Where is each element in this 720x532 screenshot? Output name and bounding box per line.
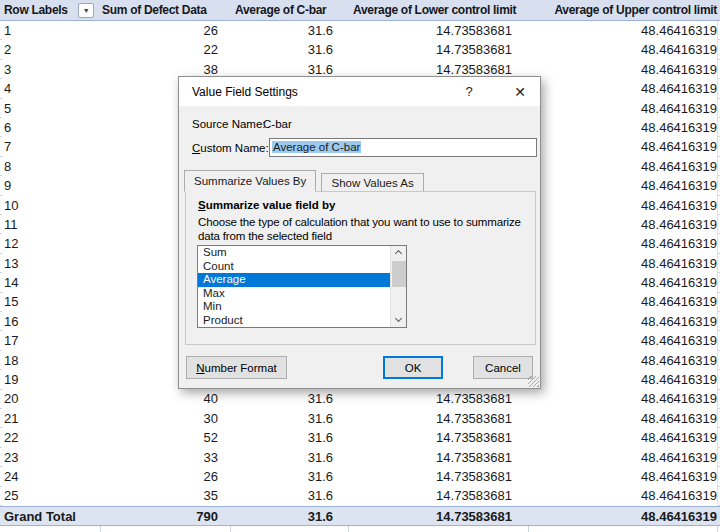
- table-cell[interactable]: 12: [0, 234, 100, 253]
- table-cell[interactable]: 48.46416319: [528, 273, 720, 292]
- table-cell[interactable]: 18: [0, 351, 100, 370]
- table-cell[interactable]: 14: [0, 273, 100, 292]
- table-cell[interactable]: 48.46416319: [528, 60, 720, 79]
- table-cell[interactable]: 26: [100, 467, 230, 486]
- table-cell[interactable]: 48.46416319: [528, 370, 720, 389]
- table-cell[interactable]: 40: [100, 389, 230, 408]
- custom-name-input[interactable]: Average of C-bar: [269, 138, 537, 157]
- table-cell[interactable]: 6: [0, 118, 100, 137]
- table-cell[interactable]: 48.46416319: [528, 409, 720, 428]
- table-cell[interactable]: 14.73583681: [348, 467, 528, 486]
- table-cell[interactable]: 30: [100, 409, 230, 428]
- table-cell[interactable]: 31.6: [230, 40, 348, 59]
- grand-total-ucl[interactable]: 48.46416319: [528, 507, 720, 525]
- table-cell[interactable]: 48.46416319: [528, 428, 720, 447]
- table-cell[interactable]: 52: [100, 428, 230, 447]
- table-cell[interactable]: 48.46416319: [528, 486, 720, 505]
- dialog-titlebar[interactable]: Value Field Settings ? ✕: [179, 77, 540, 106]
- table-cell[interactable]: 48.46416319: [528, 196, 720, 215]
- table-cell[interactable]: 48.46416319: [528, 118, 720, 137]
- table-cell[interactable]: 2: [0, 40, 100, 59]
- table-cell[interactable]: 14.73583681: [348, 486, 528, 505]
- table-cell[interactable]: 22: [0, 428, 100, 447]
- table-cell[interactable]: 26: [100, 21, 230, 40]
- list-item-min[interactable]: Min: [198, 300, 406, 314]
- close-icon[interactable]: ✕: [511, 83, 529, 101]
- table-cell[interactable]: 14.73583681: [348, 21, 528, 40]
- header-average-of-c-bar[interactable]: Average of C-bar: [230, 0, 348, 20]
- table-cell[interactable]: 31.6: [230, 486, 348, 505]
- header-average-of-lower-control-limit[interactable]: Average of Lower control limit: [348, 0, 528, 20]
- resize-grip-icon[interactable]: [528, 376, 539, 387]
- scroll-up-icon[interactable]: [391, 246, 407, 260]
- table-cell[interactable]: 48.46416319: [528, 40, 720, 59]
- grand-total-defect[interactable]: 790: [100, 507, 230, 525]
- table-cell[interactable]: 4: [0, 79, 100, 98]
- table-cell[interactable]: 48.46416319: [528, 254, 720, 273]
- table-cell[interactable]: 31.6: [230, 428, 348, 447]
- table-cell[interactable]: 14.73583681: [348, 448, 528, 467]
- table-cell[interactable]: 48.46416319: [528, 21, 720, 40]
- table-cell[interactable]: 31.6: [230, 409, 348, 428]
- table-cell[interactable]: 48.46416319: [528, 448, 720, 467]
- listbox-scrollbar[interactable]: [390, 246, 406, 327]
- table-cell[interactable]: 3: [0, 60, 100, 79]
- table-cell[interactable]: 19: [0, 370, 100, 389]
- table-cell[interactable]: 14.73583681: [348, 428, 528, 447]
- header-average-of-upper-control-limit[interactable]: Average of Upper control limit: [528, 0, 720, 20]
- list-item-product[interactable]: Product: [198, 314, 406, 328]
- table-cell[interactable]: 14.73583681: [348, 409, 528, 428]
- grand-total-cbar[interactable]: 31.6: [230, 507, 348, 525]
- table-cell[interactable]: 21: [0, 409, 100, 428]
- table-cell[interactable]: 33: [100, 448, 230, 467]
- table-cell[interactable]: 48.46416319: [528, 292, 720, 311]
- scroll-down-icon[interactable]: [391, 313, 407, 327]
- table-cell[interactable]: 22: [100, 40, 230, 59]
- list-item-count[interactable]: Count: [198, 260, 406, 274]
- table-cell[interactable]: 31.6: [230, 389, 348, 408]
- table-cell[interactable]: 13: [0, 254, 100, 273]
- help-icon[interactable]: ?: [460, 83, 478, 101]
- table-cell[interactable]: 48.46416319: [528, 234, 720, 253]
- table-cell[interactable]: 14.73583681: [348, 389, 528, 408]
- table-cell[interactable]: 14.73583681: [348, 40, 528, 59]
- table-cell[interactable]: 48.46416319: [528, 467, 720, 486]
- table-cell[interactable]: 17: [0, 331, 100, 350]
- table-cell[interactable]: 48.46416319: [528, 79, 720, 98]
- list-item-max[interactable]: Max: [198, 287, 406, 301]
- number-format-button[interactable]: Number Format: [186, 356, 287, 379]
- table-cell[interactable]: 48.46416319: [528, 176, 720, 195]
- table-cell[interactable]: 48.46416319: [528, 389, 720, 408]
- table-cell[interactable]: 48.46416319: [528, 351, 720, 370]
- cancel-button[interactable]: Cancel: [473, 356, 533, 379]
- header-row-labels[interactable]: Row Labels ▼: [0, 0, 100, 20]
- table-cell[interactable]: 31.6: [230, 467, 348, 486]
- table-cell[interactable]: 48.46416319: [528, 99, 720, 118]
- calculation-type-listbox[interactable]: SumCountAverageMaxMinProduct: [197, 245, 407, 328]
- table-cell[interactable]: 48.46416319: [528, 137, 720, 156]
- table-cell[interactable]: 1: [0, 21, 100, 40]
- list-item-sum[interactable]: Sum: [198, 246, 406, 260]
- filter-dropdown-icon[interactable]: ▼: [78, 3, 94, 18]
- tab-summarize-values-by[interactable]: Summarize Values By: [184, 170, 316, 192]
- header-sum-of-defect-data[interactable]: Sum of Defect Data: [100, 0, 230, 20]
- table-cell[interactable]: 25: [0, 486, 100, 505]
- table-cell[interactable]: 11: [0, 215, 100, 234]
- scrollbar-thumb[interactable]: [392, 261, 406, 287]
- table-cell[interactable]: 48.46416319: [528, 157, 720, 176]
- table-cell[interactable]: 20: [0, 389, 100, 408]
- table-cell[interactable]: 5: [0, 99, 100, 118]
- grand-total-lcl[interactable]: 14.73583681: [348, 507, 528, 525]
- table-cell[interactable]: 48.46416319: [528, 312, 720, 331]
- grand-total-label[interactable]: Grand Total: [0, 507, 100, 525]
- ok-button[interactable]: OK: [383, 356, 443, 379]
- table-cell[interactable]: 10: [0, 196, 100, 215]
- tab-show-values-as[interactable]: Show Values As: [321, 173, 423, 192]
- table-cell[interactable]: 9: [0, 176, 100, 195]
- table-cell[interactable]: 15: [0, 292, 100, 311]
- table-cell[interactable]: 23: [0, 448, 100, 467]
- table-cell[interactable]: 48.46416319: [528, 215, 720, 234]
- table-cell[interactable]: 8: [0, 157, 100, 176]
- list-item-average[interactable]: Average: [198, 273, 406, 287]
- table-cell[interactable]: 24: [0, 467, 100, 486]
